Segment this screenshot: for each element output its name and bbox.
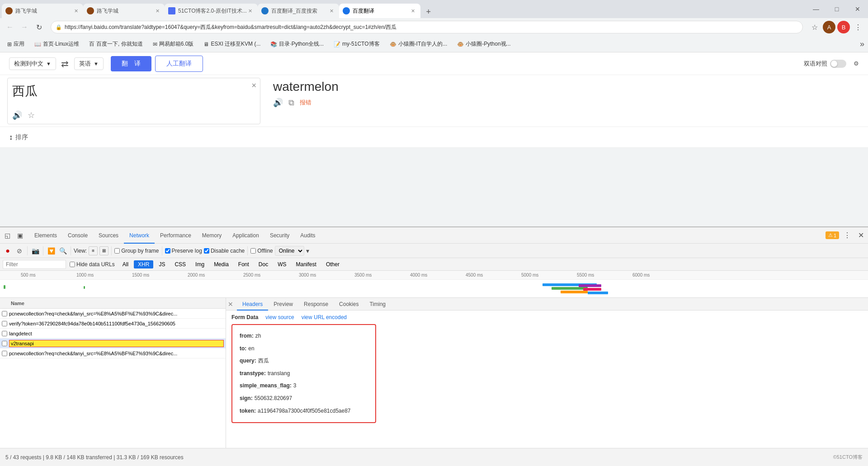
devtools-more-button[interactable]: ⋮ xyxy=(842,230,853,241)
throttle-select[interactable]: Online xyxy=(275,246,304,256)
settings-icon[interactable]: ⚙ xyxy=(854,60,859,67)
bookmark-monkey1[interactable]: 🐵 小猿圈-IT自学人的... xyxy=(386,38,451,50)
filter-chip-all[interactable]: All xyxy=(118,260,132,268)
close-button[interactable]: ✕ xyxy=(847,0,868,18)
tab-2-close[interactable]: ✕ xyxy=(154,7,161,14)
user-avatar[interactable]: A xyxy=(823,21,835,33)
row-5-checkbox[interactable] xyxy=(2,351,7,356)
tab-3-close[interactable]: ✕ xyxy=(247,7,254,14)
devtools-tab-console[interactable]: Console xyxy=(62,227,93,244)
view-source-link[interactable]: view source xyxy=(265,314,294,320)
filter-chip-doc[interactable]: Doc xyxy=(255,260,272,268)
filter-chip-js[interactable]: JS xyxy=(155,260,169,268)
source-star-icon[interactable]: ☆ xyxy=(28,110,35,120)
devtools-close-button[interactable]: ✕ xyxy=(855,230,866,241)
filter-chip-manifest[interactable]: Manifest xyxy=(292,260,321,268)
source-close-icon[interactable]: × xyxy=(251,81,256,90)
network-row-5[interactable]: pcnewcollection?req=check&fanyi_src=%E8%… xyxy=(0,348,226,358)
preserve-log-input[interactable] xyxy=(165,248,170,254)
manual-translate-button[interactable]: 人工翻译 xyxy=(155,56,203,72)
devtools-dock-icon[interactable]: ▣ xyxy=(14,230,25,241)
devtools-tab-performance[interactable]: Performance xyxy=(155,227,197,244)
group-by-frame-input[interactable] xyxy=(114,248,120,254)
row-2-checkbox[interactable] xyxy=(2,321,7,326)
tab-5-close[interactable]: ✕ xyxy=(410,7,417,14)
forward-button[interactable]: → xyxy=(18,21,31,33)
detail-tab-preview[interactable]: Preview xyxy=(268,298,298,311)
tab-5[interactable]: 百度翻译 ✕ xyxy=(339,4,420,18)
tab-1[interactable]: 路飞学城 ✕ xyxy=(2,4,83,18)
filter-chip-media[interactable]: Media xyxy=(210,260,233,268)
bookmark-button[interactable]: ☆ xyxy=(808,21,821,33)
back-button[interactable]: ← xyxy=(4,21,16,33)
bookmark-esxi[interactable]: 🖥 ESXI 迁移至KVM (... xyxy=(200,38,264,50)
preserve-log-checkbox[interactable]: Preserve log xyxy=(165,248,202,254)
offline-checkbox[interactable]: Offline xyxy=(250,248,273,254)
source-speaker-icon[interactable]: 🔊 xyxy=(12,110,22,120)
row-3-checkbox[interactable] xyxy=(2,331,7,336)
detail-close-icon[interactable]: ✕ xyxy=(228,301,233,308)
filter-chip-ws[interactable]: WS xyxy=(274,260,290,268)
disable-cache-checkbox[interactable]: Disable cache xyxy=(204,248,245,254)
detail-tab-headers[interactable]: Headers xyxy=(237,298,268,311)
maximize-button[interactable]: □ xyxy=(826,0,847,18)
tab-3[interactable]: 51CTO博客2.0-原创IT技术... ✕ xyxy=(165,4,258,18)
target-copy-icon[interactable]: ⧉ xyxy=(288,98,294,108)
tab-2[interactable]: 路飞学城 ✕ xyxy=(83,4,165,18)
filter-chip-img[interactable]: Img xyxy=(191,260,208,268)
bookmark-51cto[interactable]: 📝 my-51CTO博客 xyxy=(330,38,383,50)
translate-button[interactable]: 翻 译 xyxy=(111,56,151,71)
hide-data-urls-input[interactable] xyxy=(70,262,75,267)
offline-input[interactable] xyxy=(250,248,256,254)
filter-button[interactable]: 🔽 xyxy=(46,246,56,256)
warning-badge[interactable]: ⚠ 1 xyxy=(826,231,839,239)
devtools-tab-application[interactable]: Application xyxy=(227,227,264,244)
view-url-encoded-link[interactable]: view URL encoded xyxy=(302,314,347,320)
detail-tab-cookies[interactable]: Cookies xyxy=(334,298,364,311)
filter-chip-other[interactable]: Other xyxy=(322,260,344,268)
bookmark-monkey2[interactable]: 🐵 小猿圈-Python视... xyxy=(453,38,514,50)
detail-tab-timing[interactable]: Timing xyxy=(364,298,391,311)
network-row-2[interactable]: verify?token=367290284fc94da78e0b140b511… xyxy=(0,319,226,329)
tab-4-close[interactable]: ✕ xyxy=(328,7,335,14)
view-grid-icon[interactable]: ⊞ xyxy=(99,246,108,255)
row-1-checkbox[interactable] xyxy=(2,311,7,316)
filter-input[interactable] xyxy=(3,260,66,269)
report-link[interactable]: 报错 xyxy=(300,99,311,107)
disable-cache-input[interactable] xyxy=(204,248,209,254)
devtools-tab-memory[interactable]: Memory xyxy=(197,227,227,244)
reload-button[interactable]: ↻ xyxy=(33,21,45,33)
source-lang-selector[interactable]: 检测到中文 ▼ xyxy=(9,57,56,70)
devtools-undock-icon[interactable]: ◱ xyxy=(2,230,13,241)
minimize-button[interactable]: — xyxy=(806,0,826,18)
tab-1-close[interactable]: ✕ xyxy=(72,7,80,14)
group-by-frame-checkbox[interactable]: Group by frame xyxy=(114,248,159,254)
hide-data-urls-checkbox[interactable]: Hide data URLs xyxy=(70,261,115,268)
devtools-tab-network[interactable]: Network xyxy=(124,227,155,244)
bookmark-apps[interactable]: ⊞ 应用 xyxy=(4,38,28,50)
network-row-3[interactable]: langdetect xyxy=(0,329,226,339)
bookmark-mail[interactable]: ✉ 网易邮箱6.0版 xyxy=(149,38,198,50)
bookmarks-more[interactable]: » xyxy=(860,39,864,49)
filter-chip-font[interactable]: Font xyxy=(234,260,253,268)
camera-button[interactable]: 📷 xyxy=(30,246,40,256)
bookmark-baidu[interactable]: 百 百度一下, 你就知道 xyxy=(85,38,146,50)
view-list-icon[interactable]: ≡ xyxy=(89,246,98,255)
more-button[interactable]: ⋮ xyxy=(852,21,864,33)
search-button[interactable]: 🔍 xyxy=(58,246,68,256)
devtools-tab-audits[interactable]: Audits xyxy=(295,227,321,244)
filter-chip-xhr[interactable]: XHR xyxy=(134,260,153,268)
devtools-tab-elements[interactable]: Elements xyxy=(29,227,62,244)
target-lang-selector[interactable]: 英语 ▼ xyxy=(74,57,104,70)
devtools-tab-security[interactable]: Security xyxy=(264,227,295,244)
network-row-1[interactable]: pcnewcollection?req=check&fanyi_src=%E8%… xyxy=(0,309,226,319)
record-button[interactable]: ● xyxy=(3,246,13,256)
user-avatar-2[interactable]: B xyxy=(837,21,850,33)
stop-button[interactable]: ⊘ xyxy=(14,246,24,256)
network-row-4[interactable]: v2transapi xyxy=(0,339,226,348)
tab-4[interactable]: 百度翻译_百度搜索 ✕ xyxy=(258,4,339,18)
target-speaker-icon[interactable]: 🔊 xyxy=(273,98,283,108)
devtools-tab-sources[interactable]: Sources xyxy=(93,227,124,244)
new-tab-button[interactable]: + xyxy=(422,5,435,18)
swap-languages-button[interactable]: ⇄ xyxy=(56,56,74,72)
